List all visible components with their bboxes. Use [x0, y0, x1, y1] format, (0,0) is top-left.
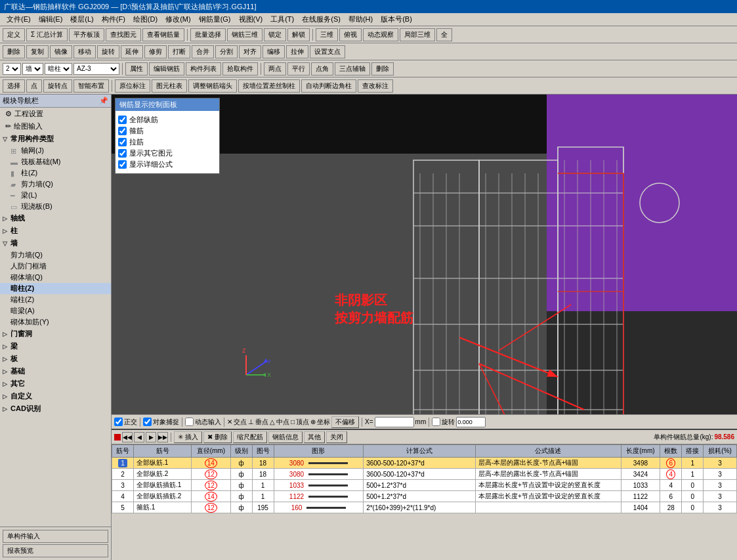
tree-darkbeam[interactable]: 暗梁(A) [0, 305, 111, 316]
cb-show-formula-input[interactable] [118, 160, 127, 169]
btn-pick-component[interactable]: 拾取构件 [222, 62, 258, 75]
menu-tools[interactable]: 工具(T) [266, 13, 298, 26]
tree-other[interactable]: ▷ 其它 [0, 377, 111, 390]
tree-board[interactable]: ▭ 现浇板(B) [0, 201, 111, 212]
btn-col-table[interactable]: 图元柱表 [152, 79, 187, 93]
btn-no-offset[interactable]: 不偏移 [331, 416, 359, 428]
tree-raft[interactable]: ▬ 筏板基础(M) [0, 156, 111, 167]
menu-version[interactable]: 版本号(B) [377, 13, 416, 26]
tree-plate[interactable]: ▷ 板 [0, 353, 111, 365]
btn-move[interactable]: 移动 [74, 45, 96, 58]
btn-extend[interactable]: 延伸 [121, 45, 143, 58]
nav-last[interactable]: ▶▶ [158, 432, 168, 442]
tree-cad[interactable]: ▷ CAD识别 [0, 402, 111, 415]
menu-view[interactable]: 视图(V) [235, 13, 267, 26]
cb-stirrup[interactable]: 箍筋 [118, 126, 217, 136]
cb-show-other[interactable]: 显示其它图元 [118, 148, 217, 158]
btn-all[interactable]: 全 [436, 28, 452, 41]
tree-axis[interactable]: ⊞ 轴网(J) [0, 145, 111, 156]
btn-point-angle[interactable]: 点角 [311, 62, 333, 75]
btn-top-view[interactable]: 俯视 [339, 28, 362, 41]
btn-report-preview[interactable]: 报表预览 [3, 544, 108, 557]
btn-rotate[interactable]: 旋转 [97, 45, 119, 58]
menu-help[interactable]: 帮助(H) [345, 13, 377, 26]
menu-file[interactable]: 文件(E) [3, 13, 35, 26]
btn-close[interactable]: 关闭 [326, 431, 347, 443]
btn-offset[interactable]: 编移 [263, 45, 285, 58]
cb-show-other-input[interactable] [118, 149, 127, 158]
btn-point[interactable]: 点 [26, 79, 42, 93]
tree-shearwall[interactable]: ▰ 剪力墙(Q) [0, 179, 111, 190]
tree-darkpillar[interactable]: 暗柱(Z) [0, 283, 111, 294]
btn-edit-rebar[interactable]: 编辑钢筋 [149, 62, 184, 75]
tree-beam[interactable]: ━ 梁(L) [0, 190, 111, 201]
btn-delete[interactable]: 删除 [3, 45, 25, 58]
cb-stirrup-input[interactable] [118, 127, 127, 135]
tree-doorwin[interactable]: ▷ 门窗洞 [0, 328, 111, 340]
btn-local-3d[interactable]: 局部三维 [400, 28, 435, 41]
btn-lock[interactable]: 锁定 [264, 28, 286, 41]
btn-rotate-pt[interactable]: 旋转点 [43, 79, 72, 93]
btn-insert[interactable]: ✳ 插入 [174, 431, 202, 443]
btn-align-top[interactable]: 平齐板顶 [69, 28, 104, 41]
tree-foundation[interactable]: ▷ 基础 [0, 365, 111, 377]
btn-find[interactable]: 查找图元 [106, 28, 141, 41]
tree-shearwall2[interactable]: 剪力墙(Q) [0, 249, 111, 261]
snap-check[interactable] [143, 418, 152, 426]
tree-column[interactable]: ▮ 柱(Z) [0, 167, 111, 179]
btn-other[interactable]: 其他 [304, 431, 325, 443]
tree-custom[interactable]: ▷ 自定义 [0, 390, 111, 402]
tree-axisline[interactable]: ▷ 轴线 [0, 212, 111, 225]
btn-adj-rebar-end[interactable]: 调整钢筋端头 [188, 79, 237, 93]
btn-align[interactable]: 对齐 [239, 45, 261, 58]
menu-online[interactable]: 在线服务(S) [298, 13, 345, 26]
cb-tie[interactable]: 拉筋 [118, 137, 217, 147]
type-select[interactable]: 墙 [22, 63, 43, 75]
rotate-check[interactable] [432, 418, 440, 426]
btn-stretch[interactable]: 拉伸 [286, 45, 308, 58]
component-select[interactable]: 暗柱 [45, 63, 72, 75]
menu-rebar[interactable]: 钢筋量(G) [195, 13, 235, 26]
tree-afwall[interactable]: 人防门框墙 [0, 261, 111, 272]
tree-wall-sec[interactable]: ▽ 墙 [0, 237, 111, 249]
cb-show-formula[interactable]: 显示详细公式 [118, 160, 217, 169]
btn-parallel[interactable]: 平行 [287, 62, 310, 75]
dynamic-check[interactable] [185, 418, 194, 426]
cb-tie-input[interactable] [118, 138, 127, 146]
btn-component-list[interactable]: 构件列表 [186, 62, 221, 75]
btn-define[interactable]: 定义 [3, 28, 25, 41]
btn-set-pivot[interactable]: 设置支点 [310, 45, 345, 58]
btn-copy[interactable]: 复制 [26, 45, 49, 58]
btn-single-input[interactable]: 单构件输入 [3, 530, 108, 543]
btn-delete-row[interactable]: ✖ 删除 [203, 431, 232, 443]
menu-modify[interactable]: 修改(M) [161, 13, 195, 26]
rotate-input[interactable] [456, 417, 486, 427]
menu-edit[interactable]: 编辑(E) [35, 13, 67, 26]
tree-pillar[interactable]: ▷ 柱 [0, 225, 111, 237]
menu-component[interactable]: 构件(F) [98, 13, 129, 26]
name-select[interactable]: AZ-3 [74, 63, 119, 75]
btn-del-axis[interactable]: 删除 [371, 62, 394, 75]
tree-common[interactable]: ▽ 常用构件类型 [0, 133, 111, 145]
btn-split[interactable]: 分割 [215, 45, 238, 58]
btn-sum[interactable]: Σ 汇总计算 [26, 28, 68, 41]
btn-rebar-3d[interactable]: 钢筋三维 [227, 28, 263, 41]
ortho-check[interactable] [114, 418, 123, 426]
btn-batch-select[interactable]: 批量选择 [190, 28, 226, 41]
btn-3d[interactable]: 三维 [316, 28, 338, 41]
cb-all-vertical-input[interactable] [118, 116, 127, 124]
sidebar-pin[interactable]: 📌 [99, 97, 108, 105]
btn-smart-layout[interactable]: 智能布置 [74, 79, 109, 93]
cb-all-vertical[interactable]: 全部纵筋 [118, 115, 217, 125]
tree-endpillar[interactable]: 端柱(Z) [0, 294, 111, 305]
btn-inplace-mark[interactable]: 原位标注 [115, 79, 150, 93]
btn-mirror[interactable]: 镜像 [50, 45, 72, 58]
x-input[interactable] [375, 417, 414, 427]
btn-check-mark[interactable]: 查改标注 [358, 79, 393, 93]
sidebar-item-draw[interactable]: ✏ 绘图输入 [0, 120, 111, 133]
nav-next[interactable]: ▶ [146, 432, 156, 442]
btn-scale-rebar[interactable]: 缩尺配筋 [233, 431, 267, 443]
tree-brickstirrup[interactable]: 砌体加筋(Y) [0, 316, 111, 328]
nav-first[interactable]: ◀◀ [122, 432, 133, 442]
sidebar-item-settings[interactable]: ⚙ 工程设置 [0, 108, 111, 120]
